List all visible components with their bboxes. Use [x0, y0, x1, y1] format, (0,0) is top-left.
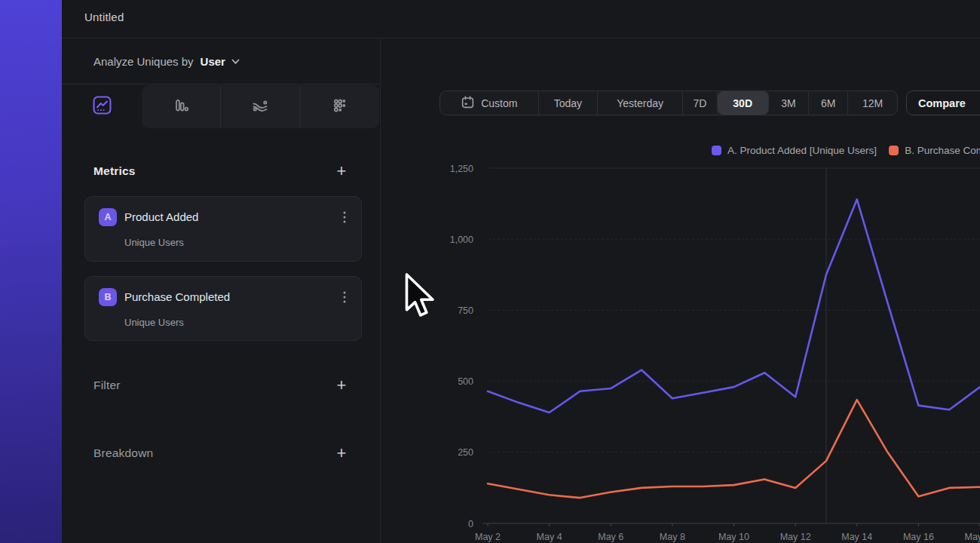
metrics-heading: Metrics — [93, 164, 136, 178]
range-12m[interactable]: 12M — [848, 91, 897, 115]
range-today[interactable]: Today — [539, 91, 599, 115]
svg-text:750: 750 — [458, 305, 473, 316]
compare-button[interactable]: Compare — [906, 90, 980, 115]
metric-measure[interactable]: Unique Users — [124, 236, 184, 250]
svg-text:May 10: May 10 — [718, 532, 749, 542]
add-metric-button[interactable]: + — [333, 164, 350, 179]
legend-swatch-b — [889, 146, 899, 155]
chart-type-tab-group — [142, 85, 379, 128]
chevron-down-icon — [231, 59, 240, 65]
range-6m[interactable]: 6M — [809, 91, 848, 115]
query-builder-sidebar: Analyze Uniques by User — [62, 39, 381, 543]
range-label: 7D — [693, 97, 706, 109]
metric-card-purchase-completed[interactable]: B Purchase Completed Unique Users — [84, 276, 362, 341]
range-custom[interactable]: Custom — [440, 91, 539, 115]
range-label: 12M — [862, 97, 883, 109]
svg-text:1,250: 1,250 — [450, 164, 473, 174]
tab-grid-dots[interactable] — [301, 85, 379, 128]
svg-text:500: 500 — [458, 376, 473, 387]
metric-card-product-added[interactable]: A Product Added Unique Users — [84, 196, 362, 262]
svg-text:May 14: May 14 — [841, 532, 872, 542]
range-label: Yesterday — [617, 97, 663, 109]
legend-label-b: B. Purchase Completed [Unique Users] — [905, 145, 980, 156]
analytics-app-window: Untitled Analyze Uniques by User — [0, 0, 980, 543]
range-3m[interactable]: 3M — [769, 91, 810, 115]
filter-heading: Filter — [93, 379, 121, 392]
legend-item-a: A. Product Added [Unique Users] — [712, 145, 877, 156]
add-breakdown-button[interactable]: + — [333, 446, 350, 461]
flow-chart-icon — [251, 97, 269, 118]
kebab-menu-icon[interactable] — [343, 211, 346, 226]
range-label: 30D — [733, 97, 752, 109]
range-label: Today — [554, 97, 582, 109]
tab-flow-chart[interactable] — [221, 85, 300, 128]
legend-item-b: B. Purchase Completed [Unique Users] — [889, 145, 980, 156]
svg-text:May 2: May 2 — [475, 532, 501, 542]
left-gradient-background — [0, 0, 62, 543]
bar-chart-icon — [172, 97, 190, 118]
tab-bar-chart[interactable] — [142, 85, 221, 128]
metric-badge-b: B — [99, 288, 117, 306]
legend-swatch-a — [712, 146, 721, 155]
filter-section-header: Filter + — [93, 374, 350, 397]
mouse-cursor-icon — [403, 272, 435, 326]
svg-text:May 8: May 8 — [660, 532, 685, 542]
svg-text:May 16: May 16 — [903, 532, 934, 542]
range-7d[interactable]: 7D — [683, 91, 718, 115]
svg-text:May 12: May 12 — [780, 532, 811, 542]
svg-text:May 18: May 18 — [965, 532, 980, 542]
tab-line-chart[interactable] — [62, 84, 142, 129]
range-30d-selected[interactable]: 30D — [718, 91, 769, 115]
metric-badge-a: A — [99, 208, 117, 226]
line-chart-icon — [93, 96, 112, 118]
svg-text:0: 0 — [468, 519, 473, 529]
metrics-section-header: Metrics + — [93, 160, 350, 183]
breakdown-heading: Breakdown — [93, 446, 153, 460]
svg-text:1,000: 1,000 — [450, 235, 473, 245]
kebab-menu-icon[interactable] — [343, 291, 346, 306]
grid-dots-icon — [331, 97, 349, 118]
metric-name: Product Added — [124, 208, 198, 226]
legend-label-a: A. Product Added [Unique Users] — [727, 145, 877, 156]
chart-type-tabs — [62, 84, 381, 129]
compare-label: Compare — [918, 97, 966, 109]
calendar-icon — [461, 95, 475, 112]
breakdown-section-header: Breakdown + — [93, 442, 350, 465]
analyze-value-dropdown[interactable]: User — [201, 55, 225, 68]
range-label: 6M — [821, 97, 835, 109]
analyze-label: Analyze Uniques by — [93, 55, 194, 68]
range-label: Custom — [481, 97, 517, 109]
date-range-segmented-control: Custom Today Yesterday 7D 30D 3M 6M 12M — [439, 90, 898, 115]
report-title[interactable]: Untitled — [84, 11, 124, 23]
svg-text:May 4: May 4 — [537, 532, 562, 542]
analyze-uniques-row: Analyze Uniques by User — [62, 39, 381, 84]
svg-text:May 6: May 6 — [598, 532, 623, 542]
range-yesterday[interactable]: Yesterday — [598, 91, 683, 115]
metric-measure[interactable]: Unique Users — [124, 316, 184, 330]
svg-text:250: 250 — [458, 447, 473, 458]
top-bar: Untitled — [62, 0, 980, 38]
add-filter-button[interactable]: + — [333, 378, 350, 393]
range-label: 3M — [781, 97, 795, 109]
metric-name: Purchase Completed — [124, 288, 230, 306]
chart-legend: A. Product Added [Unique Users] B. Purch… — [712, 143, 980, 157]
